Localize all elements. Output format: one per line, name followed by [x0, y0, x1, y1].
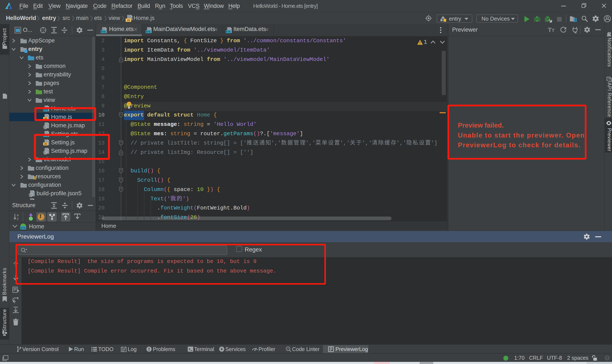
svg-text:ETS: ETS	[21, 226, 26, 229]
svg-text:{}: {}	[43, 126, 47, 129]
svg-text:I: I	[30, 217, 31, 220]
svg-text:JS: JS	[127, 19, 130, 22]
svg-text:ETS: ETS	[146, 30, 151, 33]
svg-text:{}: {}	[29, 194, 32, 197]
svg-text:a: a	[17, 213, 19, 217]
svg-text:D: D	[609, 78, 611, 82]
svg-text:ETS: ETS	[101, 30, 106, 33]
svg-text:z: z	[17, 217, 18, 220]
svg-text:ETS: ETS	[226, 30, 231, 33]
